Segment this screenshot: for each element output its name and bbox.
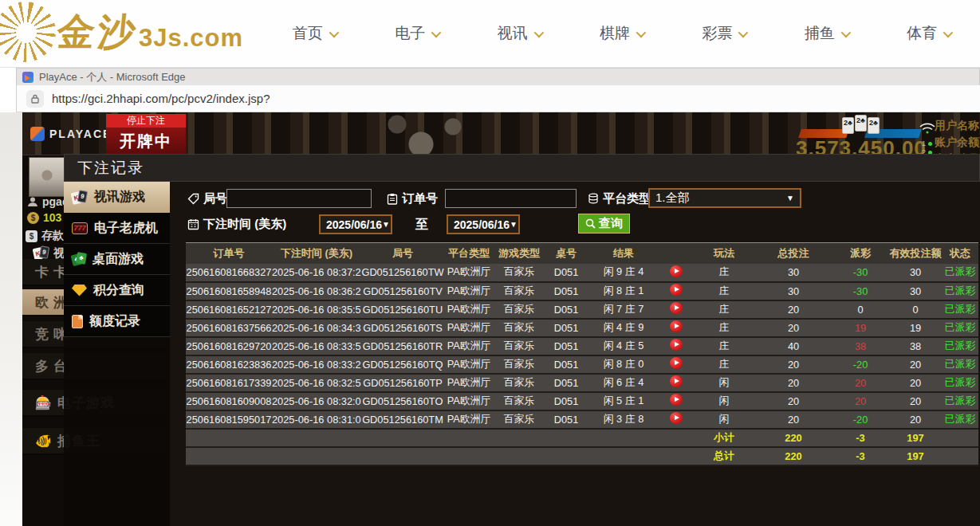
sidebar-item-table-games[interactable]: ♣♣ 桌面游戏 [64, 244, 170, 275]
bet-records-table: 订单号 下注时间 (美东) 局号 平台类型 游戏类型 桌号 结果 玩法 总投注 [186, 242, 978, 466]
user-icon [27, 196, 38, 207]
cell-replay [659, 355, 693, 374]
nav-item-slots[interactable]: 电子 [365, 0, 467, 67]
grand-total-row: 总计 220 -3 197 [186, 447, 978, 465]
cell-valid-bet: 30 [889, 264, 942, 282]
chevron-down-icon [738, 27, 749, 37]
cell-payout: -30 [832, 264, 889, 282]
nav-item-fishing[interactable]: 捕鱼 [775, 0, 877, 67]
replay-button[interactable] [670, 394, 683, 406]
cell-platform: PA欧洲厅 [444, 282, 494, 300]
cell-game-type: 百家乐 [494, 337, 545, 355]
game-status-banner: 停止下注 开牌中 [106, 114, 186, 155]
to-label: 至 [415, 217, 428, 234]
cell-platform: PA欧洲厅 [444, 374, 494, 392]
playace-logo-text: PLAYACE [49, 128, 112, 140]
cell-table-no: D051 [545, 264, 588, 282]
browser-url-bar[interactable]: https://gci.2hhapi.com/pc/pcv2/index.jsp… [16, 85, 980, 112]
round-number-input[interactable] [226, 189, 372, 208]
cell-game-type: 百家乐 [494, 392, 545, 410]
logo-text-en: 3Js.com [139, 24, 243, 53]
cell-payout: 38 [832, 337, 889, 355]
nav-item-live[interactable]: 视讯 [468, 0, 570, 67]
dealt-cards: 2♣ 2♣ 2♣ [842, 117, 880, 134]
replay-button[interactable] [670, 412, 683, 424]
cell-bet-time: 2025-06-16 08:32:56 [272, 374, 361, 392]
cell-result: 闲 3 庄 8 [588, 410, 659, 429]
replay-button[interactable] [670, 339, 683, 351]
magnifier-icon [585, 218, 596, 229]
order-number-input[interactable] [445, 189, 577, 208]
replay-button[interactable] [670, 320, 683, 332]
cell-game-type: 百家乐 [494, 410, 545, 429]
nav-item-sports[interactable]: 体育 [878, 0, 980, 67]
cell-platform: PA欧洲厅 [444, 410, 494, 429]
cell-status: 已派彩 [942, 300, 978, 319]
cell-status: 已派彩 [942, 337, 978, 355]
subtotal-payout: -3 [832, 429, 889, 447]
cell-play-type: 庄 [693, 264, 755, 282]
date-to-select[interactable]: 2025/06/16 ▼ [447, 214, 520, 234]
avatar [29, 157, 65, 197]
replay-button[interactable] [670, 302, 683, 314]
sidebar-item-credit-records[interactable]: 额度记录 [64, 306, 170, 337]
chevron-down-icon [431, 27, 442, 37]
cell-payout: 20 [832, 374, 889, 392]
playing-cards-icon: K9 [72, 190, 88, 205]
replay-button[interactable] [670, 357, 683, 369]
cell-round: GD051256160TU [361, 300, 444, 319]
calendar-icon [187, 218, 199, 230]
cell-replay [659, 319, 693, 337]
cell-total-bet: 30 [755, 282, 832, 300]
cell-total-bet: 20 [755, 355, 832, 374]
sidebar-item-slot-machines[interactable]: 777 电子老虎机 [64, 213, 170, 244]
cell-replay [659, 410, 693, 429]
search-button[interactable]: 查询 [578, 214, 630, 234]
nav-item-cards[interactable]: 棋牌 [570, 0, 672, 67]
cell-result: 闲 9 庄 4 [588, 264, 659, 282]
cell-order-id: 250616081658948 [186, 282, 272, 300]
cell-platform: PA欧洲厅 [444, 337, 494, 355]
col-round: 局号 [361, 243, 444, 264]
logo-text-cn: 金沙 [55, 7, 142, 57]
cell-game-type: 百家乐 [494, 300, 545, 319]
cell-valid-bet: 20 [889, 374, 942, 392]
cell-result: 闲 8 庄 1 [588, 282, 659, 300]
game-window: PLAYACE 停止下注 开牌中 pgae $ 103 $ 存款 K9 视讯 卡… [22, 112, 980, 526]
cell-result: 闲 6 庄 4 [588, 374, 659, 392]
url-text[interactable]: https://gci.2hhapi.com/pc/pcv2/index.jsp… [52, 92, 270, 105]
slot-777-icon: 777 [72, 222, 88, 234]
cell-order-id: 250616081595017 [186, 410, 272, 429]
replay-button[interactable] [670, 284, 683, 296]
cell-play-type: 闲 [693, 374, 755, 392]
caret-down-icon: ▼ [382, 220, 390, 229]
replay-button[interactable] [670, 375, 683, 387]
cell-round: GD051256160TM [361, 410, 444, 429]
date-from-select[interactable]: 2025/06/16 ▼ [319, 214, 392, 234]
playace-logo-icon [30, 127, 45, 141]
replay-button[interactable] [670, 265, 683, 277]
caret-down-icon: ▼ [510, 220, 518, 229]
table-row: 250616081658948 2025-06-16 08:36:29 GD05… [186, 282, 978, 300]
cell-total-bet: 30 [755, 264, 832, 282]
cell-bet-time: 2025-06-16 08:32:09 [272, 392, 361, 410]
table-header: 订单号 下注时间 (美东) 局号 平台类型 游戏类型 桌号 结果 玩法 总投注 [186, 243, 978, 264]
sidebar-item-live-games[interactable]: K9 视讯游戏 [64, 182, 170, 213]
cell-platform: PA欧洲厅 [444, 319, 494, 337]
sidebar-item-points-query[interactable]: 积分查询 [64, 275, 170, 306]
cell-bet-time: 2025-06-16 08:33:29 [272, 355, 361, 374]
clipboard-icon [387, 193, 398, 205]
nav-item-home[interactable]: 首页 [263, 0, 365, 67]
platform-type-select[interactable]: 1.全部 ▼ [648, 188, 801, 208]
site-nav: 首页 电子 视讯 棋牌 彩票 捕鱼 体育 [263, 0, 980, 67]
cell-payout: 20 [832, 392, 889, 410]
diamond-icon [72, 285, 87, 296]
col-result: 结果 [588, 243, 659, 264]
cell-status: 已派彩 [942, 282, 978, 300]
bet-time-label: 下注时间 (美东) [187, 217, 286, 232]
cell-total-bet: 20 [755, 319, 832, 337]
cell-round: GD051256160TW [361, 264, 444, 282]
deposit-button[interactable]: $ 存款 [26, 229, 64, 243]
nav-item-lottery[interactable]: 彩票 [673, 0, 775, 67]
playace-favicon-icon [22, 72, 33, 83]
